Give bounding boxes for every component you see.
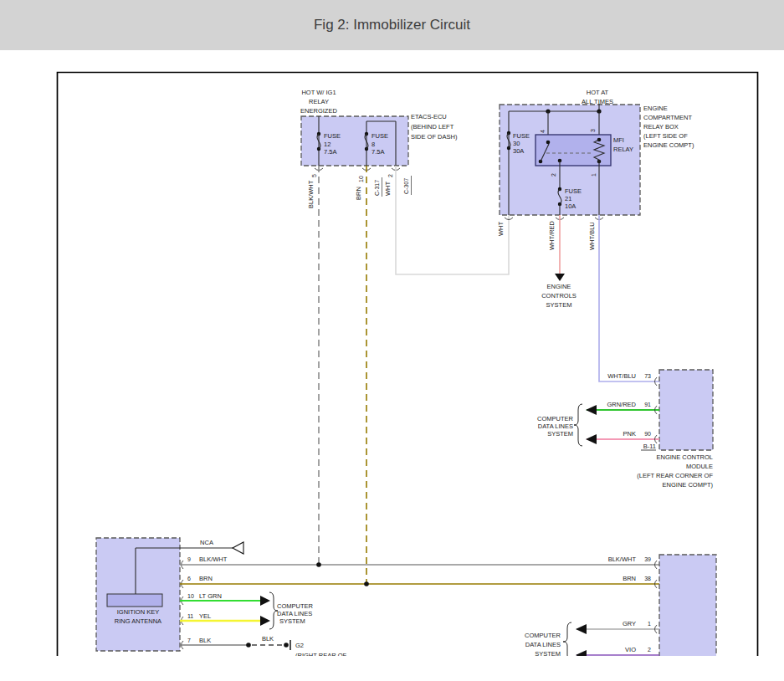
system-link-label: DATA LINES [538,422,573,430]
computer-data-lines-label-left: COMPUTER DATA LINES SYSTEM [277,602,314,625]
bottom-right-module-section: BLK/WHT 39 BRN 38 GRY 1 VIO 2 COMPUTER D… [525,555,716,669]
fuse-number: 12 [324,141,331,148]
fuse-number: 21 [565,195,571,202]
wire-label: GRN/RED [607,401,636,408]
svg-text:CONTROLS: CONTROLS [541,292,576,300]
power-source-label: RELAY [309,98,329,105]
component-name: ETACS-ECU [411,113,447,120]
arrow-left-icon [586,434,597,444]
wire-label: WHT/BLU [588,222,596,250]
antenna-symbol [107,594,162,607]
etacs-ecu-section: HOT W/ IG1 RELAY ENERGIZED ETACS-ECU (BE… [300,89,458,197]
pin-number: 10 [358,176,364,182]
pin-number: 38 [644,576,651,581]
component-location: (LEFT REAR CORNER OF [637,472,713,479]
pin-number: 9 [187,556,191,562]
fuse-number: 8 [372,141,375,148]
component-location: (BEHIND LEFT [411,123,454,131]
component-name: RING ANTENNA [115,617,161,625]
ground-dot [284,643,289,648]
pin-number: 91 [644,402,651,407]
svg-text:SYSTEM: SYSTEM [279,617,305,625]
component-name: MODULE [686,463,713,470]
pin-number: 39 [644,556,651,562]
wire-label: WHT [497,222,505,236]
pin-number: 11 [187,613,193,619]
fuse-rating: 7.5A [372,148,384,156]
engine-controls-system-label: ENGINE CONTROLS SYSTEM [541,283,576,309]
etacs-ecu-box [301,116,408,166]
power-source-label: HOT AT [587,89,609,96]
relay-name: MFI [613,136,624,144]
wire-label: BLK/WHT [608,556,637,563]
engine-control-module-section: WHT/BLU 73 GRN/RED 91 PNK 90 B-11 COMPUT… [537,370,713,489]
wire-label: PNK [623,430,636,438]
component-name: ENGINE [643,105,668,112]
wire-label: BRN [623,575,636,582]
arrow-left-icon [576,650,587,660]
ground-id: G2 [295,642,304,649]
fuse-number: 30 [513,140,520,147]
ignition-key-ring-antenna-section: IGNITION KEY RING ANTENNA NCA 9 6 10 11 … [96,538,243,651]
pin-number: 90 [644,431,651,437]
wire-wht-blu [599,215,659,381]
wire-label: LT GRN [199,592,222,600]
wire-label: BLK [199,637,211,644]
connector-id: C-317 [374,180,380,196]
ecm-box [659,370,713,450]
relay-pin-number: 2 [551,173,556,177]
fuse-rating: 10A [565,202,576,210]
component-name: COMPARTMENT [643,114,692,121]
arrow-left-icon [576,624,587,634]
svg-text:DATA LINES: DATA LINES [277,610,312,617]
system-link-label: COMPUTER [525,632,561,639]
component-name: RELAY BOX [643,123,679,131]
pin-number: 2 [648,647,651,653]
splice-dot [246,643,251,648]
wire-label: WHT [384,182,392,196]
splice-dot [316,562,321,567]
relay-name: RELAY [613,146,633,153]
system-link-label: SYSTEM [535,650,561,658]
nca-triangle-icon [233,542,243,554]
figure-title-bar: Fig 2: Immobilizer Circuit [0,0,784,50]
arrow-down-icon [555,274,565,281]
fuse-label: FUSE [372,132,388,140]
wire-label: GRY [623,620,636,627]
wire-label: VIO [625,646,636,653]
wire-label: BRN [355,187,362,200]
brace [574,404,582,446]
fuse-label: FUSE [324,132,341,140]
wire-label: BLK/WHT [307,180,315,208]
wire-label: BLK [262,635,274,643]
figure-title: Fig 2: Immobilizer Circuit [314,17,470,33]
svg-text:SYSTEM: SYSTEM [546,301,572,309]
relay-pin-number: 3 [590,129,596,132]
arrow-right-icon [260,596,270,606]
wire-label: WHT/BLU [607,372,636,380]
pin-number: 6 [187,576,191,581]
component-name: IGNITION KEY [117,608,159,616]
wire-label: NCA [200,539,213,546]
power-source-label: ENERGIZED [300,107,337,115]
wire-label: YEL [199,612,211,620]
fuse-label: FUSE [513,132,530,140]
connector-id: C-307 [403,178,409,194]
wire-label: WHT/RED [548,220,556,250]
wire-label: BLK/WHT [199,556,228,563]
fuse-rating: 7.5A [324,148,336,156]
component-location: ENGINE COMPT) [663,481,714,489]
pin-number: 10 [187,593,194,599]
engine-compartment-relay-box-section: HOT AT ALL TIMES ENGINE COMPARTMENT RELA… [500,89,694,220]
pin-number: 2 [387,174,393,177]
wire-wht-link [396,166,509,274]
component-location: SIDE OF DASH) [411,133,458,141]
relay-pin-number: 4 [540,130,546,133]
relay-pin-number: 1 [591,173,597,177]
system-link-label: DATA LINES [525,641,561,648]
brace [563,622,571,660]
system-link-label: COMPUTER [537,415,574,422]
splice-dot [364,581,369,586]
wire-label: BRN [199,575,213,582]
fuse-rating: 30A [513,147,524,155]
